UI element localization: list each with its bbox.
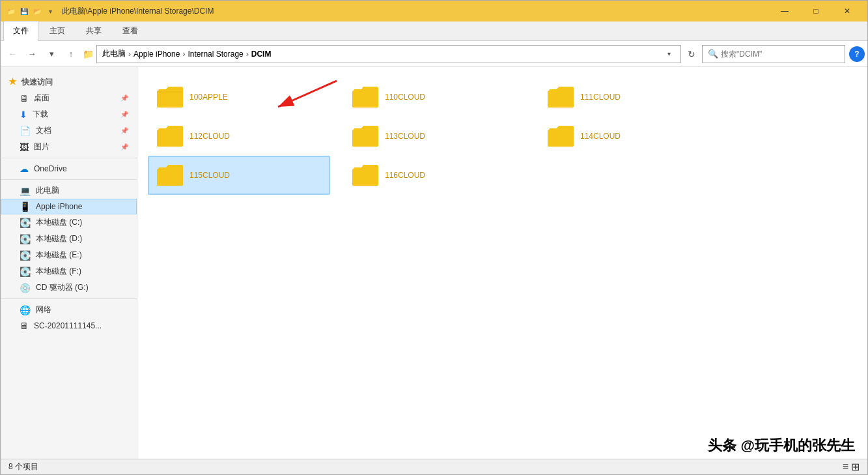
folders-container: 100APPLE 110CLOUD bbox=[148, 78, 857, 195]
recent-locations-button[interactable]: ▾ bbox=[42, 45, 61, 63]
folder-name-114cloud: 114CLOUD bbox=[580, 132, 621, 141]
folder-name-112cloud: 112CLOUD bbox=[189, 132, 230, 141]
address-box[interactable]: 此电脑 › Apple iPhone › Internal Storage › … bbox=[96, 45, 681, 63]
search-icon: 🔍 bbox=[708, 49, 718, 59]
folder-name-113cloud: 113CLOUD bbox=[385, 132, 425, 141]
search-box[interactable]: 🔍 bbox=[702, 45, 845, 63]
folder-icon-114cloud bbox=[548, 124, 574, 148]
quick-access-header: ★ 快速访问 bbox=[1, 72, 137, 90]
pictures-icon: 🖼 bbox=[20, 142, 29, 152]
sidebar-item-pictures[interactable]: 🖼 图片 📌 bbox=[1, 139, 137, 155]
sidebar-item-this-pc[interactable]: 💻 此电脑 bbox=[1, 182, 137, 199]
folder-116cloud[interactable]: 116CLOUD bbox=[343, 156, 525, 195]
pin-icon: 📌 bbox=[120, 111, 128, 118]
network-icon: 🌐 bbox=[20, 305, 31, 315]
breadcrumb-apple-iphone[interactable]: Apple iPhone bbox=[133, 50, 180, 59]
address-dropdown-button[interactable]: ▾ bbox=[662, 48, 675, 61]
sidebar-item-downloads[interactable]: ⬇ 下载 📌 bbox=[1, 106, 137, 122]
sidebar-item-drive-f[interactable]: 💽 本地磁盘 (F:) bbox=[1, 263, 137, 280]
folder-name-116cloud: 116CLOUD bbox=[385, 171, 425, 180]
folder-icon-112cloud bbox=[157, 124, 183, 148]
sidebar-divider-2 bbox=[1, 179, 137, 180]
help-button[interactable]: ? bbox=[849, 46, 865, 62]
sidebar-item-desktop[interactable]: 🖥 桌面 📌 bbox=[1, 90, 137, 106]
view-buttons: ≡ ⊞ bbox=[843, 461, 860, 473]
folder-115cloud[interactable]: 115CLOUD bbox=[148, 156, 330, 195]
folder-name-111cloud: 111CLOUD bbox=[580, 93, 621, 102]
folder-icon-113cloud bbox=[352, 124, 378, 148]
watermark: 头条 @玩手机的张先生 bbox=[708, 436, 855, 455]
breadcrumb-dcim[interactable]: DCIM bbox=[251, 50, 272, 59]
folder-icon-115cloud bbox=[157, 164, 183, 187]
sidebar-item-cd-g[interactable]: 💿 CD 驱动器 (G:) bbox=[1, 280, 137, 296]
star-icon: ★ bbox=[8, 76, 17, 87]
sidebar-item-onedrive[interactable]: ☁ OneDrive bbox=[1, 161, 137, 177]
pin-icon: 📌 bbox=[120, 127, 128, 134]
address-folder-icon: 📁 bbox=[83, 49, 94, 59]
folder-name-115cloud: 115CLOUD bbox=[189, 171, 230, 180]
drive-d-icon: 💽 bbox=[20, 234, 31, 244]
folders-grid: 100APPLE 110CLOUD bbox=[148, 78, 857, 195]
cd-g-icon: 💿 bbox=[20, 283, 31, 293]
drive-f-icon: 💽 bbox=[20, 266, 31, 277]
folder-icon-116cloud bbox=[352, 164, 378, 187]
sidebar-item-drive-d[interactable]: 💽 本地磁盘 (D:) bbox=[1, 231, 137, 247]
tab-view[interactable]: 查看 bbox=[113, 21, 148, 40]
folder-name-110cloud: 110CLOUD bbox=[385, 93, 425, 102]
grid-view-button[interactable]: ⊞ bbox=[851, 461, 860, 473]
search-input[interactable] bbox=[721, 50, 839, 59]
content-area: 100APPLE 110CLOUD bbox=[137, 67, 867, 459]
minimize-button[interactable]: — bbox=[770, 1, 800, 22]
breadcrumb-internal-storage[interactable]: Internal Storage bbox=[188, 50, 243, 59]
folder-icon-111cloud bbox=[548, 85, 574, 109]
window-icon-folder2: 📂 bbox=[32, 6, 42, 16]
pin-icon: 📌 bbox=[120, 143, 128, 151]
folder-112cloud[interactable]: 112CLOUD bbox=[148, 117, 330, 156]
tab-file[interactable]: 文件 bbox=[3, 21, 38, 41]
tab-share[interactable]: 共享 bbox=[76, 21, 111, 40]
list-view-button[interactable]: ≡ bbox=[843, 461, 848, 473]
folder-name-100apple: 100APPLE bbox=[189, 93, 228, 102]
close-button[interactable]: ✕ bbox=[832, 1, 862, 22]
title-bar-path: 此电脑\Apple iPhone\Internal Storage\DCIM bbox=[58, 6, 767, 17]
folder-icon-110cloud bbox=[352, 85, 378, 109]
breadcrumb-path: 此电脑 › Apple iPhone › Internal Storage › … bbox=[102, 48, 660, 59]
ribbon-tabs: 文件 主页 共享 查看 bbox=[1, 22, 867, 41]
breadcrumb-this-pc[interactable]: 此电脑 bbox=[102, 48, 126, 59]
folder-113cloud[interactable]: 113CLOUD bbox=[343, 117, 525, 156]
forward-button[interactable]: → bbox=[23, 45, 41, 63]
sidebar-item-network-sc[interactable]: 🖥 SC-20201111145... bbox=[1, 318, 137, 334]
window-icon-dropdown[interactable]: ▾ bbox=[45, 6, 55, 16]
sidebar-divider-1 bbox=[1, 158, 137, 158]
folder-110cloud[interactable]: 110CLOUD bbox=[343, 78, 525, 117]
title-bar-icons: 📁 💾 📂 ▾ bbox=[6, 6, 55, 16]
window-icon-folder-yellow: 📁 bbox=[6, 6, 16, 16]
sidebar: ★ 快速访问 🖥 桌面 📌 ⬇ 下载 📌 📄 文档 📌 🖼 图片 bbox=[1, 67, 137, 459]
tab-home[interactable]: 主页 bbox=[40, 21, 75, 40]
sidebar-item-apple-iphone[interactable]: 📱 Apple iPhone bbox=[1, 199, 137, 214]
up-button[interactable]: ↑ bbox=[62, 45, 80, 63]
folder-111cloud[interactable]: 111CLOUD bbox=[539, 78, 721, 117]
main-area: ★ 快速访问 🖥 桌面 📌 ⬇ 下载 📌 📄 文档 📌 🖼 图片 bbox=[1, 67, 867, 459]
explorer-window: 📁 💾 📂 ▾ 此电脑\Apple iPhone\Internal Storag… bbox=[0, 0, 868, 475]
maximize-button[interactable]: □ bbox=[801, 1, 831, 22]
folder-icon-100apple bbox=[157, 85, 183, 109]
refresh-button[interactable]: ↻ bbox=[682, 45, 701, 63]
title-bar: 📁 💾 📂 ▾ 此电脑\Apple iPhone\Internal Storag… bbox=[1, 1, 867, 22]
folder-100apple[interactable]: 100APPLE bbox=[148, 78, 330, 117]
status-bar: 8 个项目 ≡ ⊞ bbox=[1, 459, 867, 474]
sidebar-item-drive-e[interactable]: 💽 本地磁盘 (E:) bbox=[1, 247, 137, 263]
desktop-icon: 🖥 bbox=[20, 93, 29, 104]
back-button[interactable]: ← bbox=[3, 45, 21, 63]
sidebar-item-drive-c[interactable]: 💽 本地磁盘 (C:) bbox=[1, 214, 137, 231]
folder-114cloud[interactable]: 114CLOUD bbox=[539, 117, 721, 156]
sidebar-item-documents[interactable]: 📄 文档 📌 bbox=[1, 122, 137, 139]
sidebar-divider-3 bbox=[1, 298, 137, 299]
pin-icon: 📌 bbox=[120, 94, 128, 102]
downloads-icon: ⬇ bbox=[20, 109, 27, 120]
iphone-icon: 📱 bbox=[20, 201, 31, 212]
sidebar-item-network[interactable]: 🌐 网络 bbox=[1, 302, 137, 318]
window-icon-save: 💾 bbox=[19, 6, 29, 16]
network-pc-icon: 🖥 bbox=[20, 321, 29, 331]
documents-icon: 📄 bbox=[20, 126, 31, 136]
